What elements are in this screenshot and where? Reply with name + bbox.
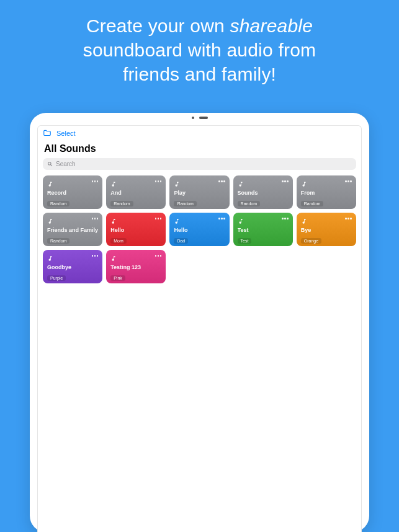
more-icon[interactable] <box>155 179 162 182</box>
tile-subtitle: Random <box>110 201 133 206</box>
svg-point-0 <box>48 162 52 166</box>
folder-icon[interactable] <box>43 129 52 138</box>
promo-line1-em: shareable <box>230 16 313 36</box>
sound-tile[interactable]: Friends and Family Random <box>43 213 102 246</box>
promo-line3: friends and family! <box>123 64 276 84</box>
music-note-icon <box>47 254 53 265</box>
more-icon[interactable] <box>155 216 162 219</box>
music-note-icon <box>47 179 53 190</box>
tile-subtitle: Random <box>174 201 196 206</box>
device-frame: Select All Sounds Search Record Random <box>30 113 369 532</box>
svg-line-1 <box>51 165 52 166</box>
tile-subtitle: Orange <box>301 238 321 244</box>
more-icon[interactable] <box>345 216 352 219</box>
tile-subtitle: Purple <box>47 275 66 281</box>
more-icon[interactable] <box>92 179 99 182</box>
device-sensor-bar <box>192 117 208 119</box>
tile-title: Bye <box>301 228 352 234</box>
promo-line1a: Create your own <box>86 16 230 36</box>
sound-tile[interactable]: Testing 123 Pink <box>106 250 166 283</box>
sound-tile[interactable]: Record Random <box>43 175 102 209</box>
sound-tile[interactable]: Test Test <box>233 213 293 246</box>
sensor-pill-icon <box>199 117 208 119</box>
tile-title: Test <box>238 228 289 234</box>
more-icon[interactable] <box>92 254 99 257</box>
page-title: All Sounds <box>38 141 361 157</box>
search-input[interactable]: Search <box>43 158 356 170</box>
app-screen: Select All Sounds Search Record Random <box>37 125 362 532</box>
tile-title: Play <box>174 190 225 197</box>
music-note-icon <box>47 216 53 228</box>
sound-grid: Record Random And Random Play <box>38 174 361 285</box>
music-note-icon <box>174 179 180 190</box>
sound-tile[interactable]: Bye Orange <box>297 213 356 246</box>
music-note-icon <box>110 179 117 190</box>
music-note-icon <box>301 216 307 228</box>
select-button[interactable]: Select <box>56 130 76 137</box>
tile-title: Hello <box>110 228 161 234</box>
promo-line2: soundboard with audio from <box>83 40 316 60</box>
sound-tile[interactable]: Sounds Random <box>233 175 293 209</box>
music-note-icon <box>301 179 307 190</box>
sound-tile[interactable]: Hello Dad <box>169 213 229 246</box>
sound-tile[interactable]: From Random <box>297 175 356 209</box>
music-note-icon <box>110 216 117 228</box>
tile-title: From <box>301 190 352 197</box>
tile-subtitle: Mom <box>110 238 127 244</box>
tile-subtitle: Dad <box>174 238 188 244</box>
tile-title: Record <box>47 190 98 197</box>
music-note-icon <box>110 254 117 265</box>
tile-subtitle: Random <box>238 201 260 206</box>
more-icon[interactable] <box>155 254 162 257</box>
tile-subtitle: Pink <box>110 275 125 281</box>
music-note-icon <box>174 216 180 228</box>
tile-title: Testing 123 <box>110 265 161 271</box>
promo-headline: Create your own shareable soundboard wit… <box>0 0 399 99</box>
tile-title: Goodbye <box>47 265 98 271</box>
more-icon[interactable] <box>218 216 225 219</box>
more-icon[interactable] <box>92 216 99 219</box>
more-icon[interactable] <box>345 179 352 182</box>
sound-tile[interactable]: Play Random <box>169 175 229 209</box>
tile-title: And <box>110 190 161 197</box>
tile-title: Friends and Family <box>47 228 98 234</box>
more-icon[interactable] <box>282 179 289 182</box>
music-note-icon <box>238 179 244 190</box>
sound-tile[interactable]: Goodbye Purple <box>43 250 102 283</box>
more-icon[interactable] <box>282 216 289 219</box>
sound-tile[interactable]: Hello Mom <box>106 213 166 246</box>
more-icon[interactable] <box>218 179 225 182</box>
tile-subtitle: Random <box>301 201 323 206</box>
tile-subtitle: Random <box>47 238 69 244</box>
music-note-icon <box>238 216 244 228</box>
search-placeholder: Search <box>56 161 76 167</box>
tile-subtitle: Random <box>47 201 69 206</box>
toolbar: Select <box>38 126 361 141</box>
tile-title: Hello <box>174 228 225 234</box>
tile-subtitle: Test <box>238 238 252 244</box>
sensor-dot-icon <box>192 117 194 119</box>
sound-tile[interactable]: And Random <box>106 175 166 209</box>
search-icon <box>47 161 53 167</box>
tile-title: Sounds <box>238 190 289 197</box>
